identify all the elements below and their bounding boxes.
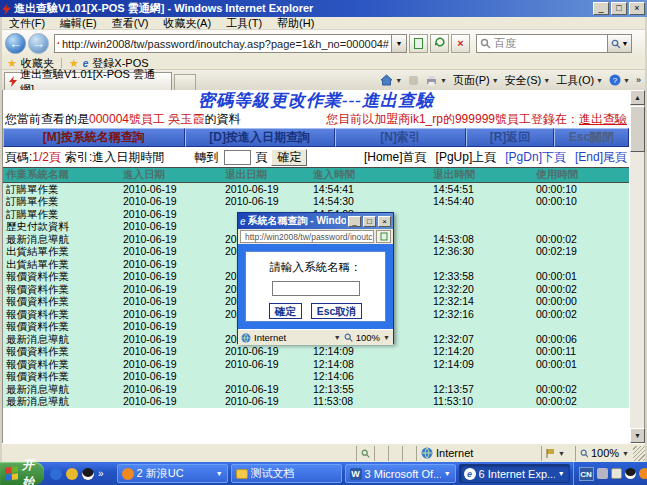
login-info-link[interactable]: 進出查驗 bbox=[579, 112, 627, 126]
chevron-more-icon[interactable]: » bbox=[636, 75, 641, 85]
print-button[interactable]: ▼ bbox=[425, 75, 447, 86]
quick-launch-chevron-icon[interactable]: » bbox=[98, 468, 104, 479]
dialog-minimize-button[interactable]: _ bbox=[348, 216, 361, 227]
compatibility-button[interactable] bbox=[409, 34, 428, 53]
new-tab-button[interactable] bbox=[174, 74, 196, 90]
address-bar[interactable]: http://win2008/tw/password/inoutchay.asp… bbox=[54, 34, 392, 53]
dialog-maximize-button[interactable]: □ bbox=[363, 216, 376, 227]
site-favicon bbox=[57, 38, 59, 49]
nav-pgup-link[interactable]: [PgUp]上頁 bbox=[436, 149, 497, 166]
page-menu-button[interactable]: 页面(P)▼ bbox=[453, 73, 499, 88]
site-favicon bbox=[9, 76, 17, 87]
dialog-ok-button[interactable]: 確定 bbox=[269, 303, 302, 319]
page-title: 密碼等級更改作業---進出查驗 bbox=[3, 90, 629, 111]
search-box[interactable]: 百度 bbox=[476, 34, 608, 53]
menu-edit[interactable]: 編輯(E) bbox=[60, 16, 97, 31]
table-cell: 訂購單作業 bbox=[3, 195, 120, 208]
nav-home-link[interactable]: [Home]首頁 bbox=[364, 149, 427, 166]
nav-end-link[interactable]: [End]尾頁 bbox=[575, 149, 627, 166]
scroll-up-arrow[interactable]: ▲ bbox=[630, 90, 645, 105]
employee-highlight: 000004號員工 吳玉霞 bbox=[89, 112, 204, 126]
protected-mode-button[interactable]: ▼ bbox=[541, 446, 575, 461]
table-cell: 2010-06-19 bbox=[222, 358, 310, 371]
zone-label: Internet bbox=[436, 447, 473, 459]
refresh-button[interactable] bbox=[430, 34, 449, 53]
favorites-star-icon[interactable]: ★ bbox=[7, 58, 17, 69]
menu-favorites[interactable]: 收藏夹(A) bbox=[163, 16, 211, 31]
word-icon: W bbox=[350, 468, 362, 480]
windows-logo-icon bbox=[5, 466, 18, 480]
help-tray-icon[interactable] bbox=[611, 468, 622, 479]
table-cell: 14:54:51 bbox=[430, 183, 533, 196]
menu-view[interactable]: 查看(V) bbox=[112, 16, 149, 31]
esc-close-button[interactable]: Esc關閉 bbox=[554, 128, 629, 147]
ie-quick-launch-icon[interactable] bbox=[50, 468, 62, 480]
forward-button[interactable]: → bbox=[28, 33, 49, 54]
help-button[interactable]: ?▼ bbox=[609, 74, 630, 86]
tab-bar: 進出查驗V1.01[X-POS 雲通網] ▼ ▼ 页面(P)▼ 安全(S)▼ 工… bbox=[2, 70, 645, 90]
table-cell: 2010-06-19 bbox=[120, 245, 222, 258]
system-name-input[interactable] bbox=[272, 281, 360, 296]
taskbar-buttons: 2 新浪UC ▼ 测试文档 W 3 Microsoft Of... ▼ e 6 … bbox=[114, 464, 573, 483]
dialog-status-bar: Internet ▼ 100% ▼ bbox=[238, 329, 393, 345]
tray-icon-orange[interactable] bbox=[639, 468, 647, 479]
safety-menu-button[interactable]: 安全(S)▼ bbox=[505, 73, 551, 88]
stop-button[interactable]: × bbox=[451, 34, 470, 53]
tools-menu-button[interactable]: 工具(O)▼ bbox=[556, 73, 603, 88]
nav-pgdn-link[interactable]: [PgDn]下頁 bbox=[505, 149, 566, 166]
goto-confirm-button[interactable]: 確定 bbox=[271, 149, 307, 166]
current-record-info: 您當前查看的是000004號員工 吳玉霞的資料 bbox=[5, 111, 240, 128]
taskbar-button-test-docs[interactable]: 测试文档 bbox=[231, 464, 342, 483]
start-button[interactable]: 开始 bbox=[0, 462, 44, 485]
menu-help[interactable]: 帮助(H) bbox=[277, 16, 314, 31]
feeds-button[interactable] bbox=[408, 75, 419, 86]
minimize-button[interactable]: _ bbox=[593, 2, 609, 15]
table-cell: 12:14:09 bbox=[430, 358, 533, 371]
qq-tray-icon[interactable] bbox=[625, 468, 636, 479]
resize-grip[interactable] bbox=[633, 446, 645, 461]
dialog-close-button[interactable]: × bbox=[378, 216, 391, 227]
query-by-system-name-button[interactable]: [M]按系統名稱查詢 bbox=[3, 128, 185, 147]
menu-file[interactable]: 文件(F) bbox=[9, 16, 45, 31]
dialog-zoom-dropdown-icon[interactable]: ▼ bbox=[383, 334, 390, 341]
printer-tray-icon[interactable] bbox=[597, 468, 608, 479]
goto-page-input[interactable] bbox=[224, 150, 251, 165]
table-cell: 00:00:06 bbox=[533, 333, 629, 346]
table-cell: 12:13:55 bbox=[310, 383, 430, 396]
query-by-entry-date-button[interactable]: [D]按進入日期查詢 bbox=[185, 128, 335, 147]
tab-active[interactable]: 進出查驗V1.01[X-POS 雲通網] bbox=[4, 72, 172, 90]
table-cell: 2010-06-19 bbox=[120, 283, 222, 296]
dialog-url-box: http://win2008/tw/password/inoutc bbox=[240, 230, 374, 243]
pager-row: 頁碼:1/2頁 索引:進入日期時間 轉到 頁 確定 [Home]首頁 [PgUp… bbox=[3, 147, 629, 167]
scrollbar-thumb[interactable] bbox=[630, 106, 645, 152]
return-button[interactable]: [R]返回 bbox=[466, 128, 554, 147]
qq-icon[interactable] bbox=[82, 468, 94, 480]
table-cell: 00:00:00 bbox=[533, 295, 629, 308]
scroll-down-arrow[interactable]: ▼ bbox=[630, 428, 645, 443]
dialog-protected-mode-icon[interactable]: ▼ bbox=[334, 334, 341, 341]
maximize-button[interactable]: □ bbox=[611, 2, 627, 15]
dialog-page-icon[interactable] bbox=[376, 230, 391, 243]
close-button[interactable]: × bbox=[629, 2, 645, 15]
menu-tools[interactable]: 工具(T) bbox=[226, 16, 262, 31]
taskbar-button-microsoft-office[interactable]: W 3 Microsoft Of... ▼ bbox=[345, 464, 456, 483]
table-cell: 12:14:06 bbox=[310, 370, 430, 383]
vertical-scrollbar[interactable]: ▲ ▼ bbox=[629, 90, 644, 443]
info-prefix: 您當前查看的是 bbox=[5, 112, 89, 126]
table-column-header: 作業系統名稱 bbox=[3, 168, 120, 183]
page-icon bbox=[414, 38, 423, 49]
back-button[interactable]: ← bbox=[5, 33, 26, 54]
search-go-button[interactable]: ▼ bbox=[608, 34, 632, 53]
language-indicator[interactable]: CN bbox=[579, 467, 594, 481]
dialog-esc-cancel-button[interactable]: Esc取消 bbox=[311, 303, 363, 319]
home-button[interactable]: ▼ bbox=[380, 74, 402, 86]
address-dropdown-icon[interactable]: ▼ bbox=[392, 34, 407, 53]
quick-launch-icon-2[interactable] bbox=[66, 468, 78, 480]
taskbar-button-sina-uc[interactable]: 2 新浪UC ▼ bbox=[117, 464, 228, 483]
status-indicator bbox=[356, 446, 374, 461]
index-button[interactable]: [N]索引 bbox=[335, 128, 466, 147]
table-cell bbox=[533, 208, 629, 221]
taskbar-button-internet-explorer[interactable]: e 6 Internet Exp... ▼ bbox=[459, 464, 570, 483]
zoom-control[interactable]: 100%▼ bbox=[575, 446, 633, 461]
info-row: 您當前查看的是000004號員工 吳玉霞的資料 您目前以加盟商ik1_rp的99… bbox=[3, 111, 629, 128]
